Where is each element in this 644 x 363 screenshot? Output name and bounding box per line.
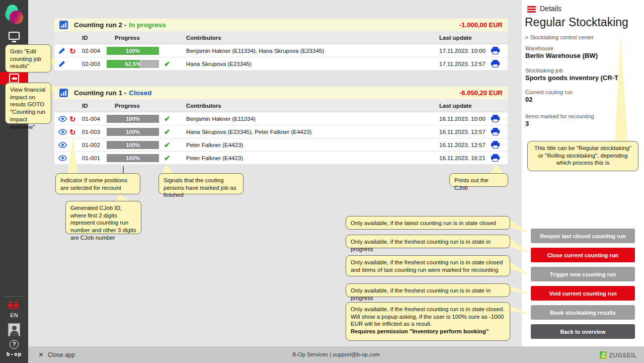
col-contributors: Contributors — [186, 99, 221, 112]
col-id: ID — [82, 31, 88, 44]
close-run-button[interactable]: Close current counting run — [531, 248, 635, 262]
reopen-run-button[interactable]: Reopen last closed counting run — [531, 229, 635, 243]
contributors: Hana Skrupova (E23345) — [186, 57, 252, 70]
annotation-finished-signal: Signals that the couting persons have ma… — [158, 173, 244, 194]
book-results-button[interactable]: Book stocktaking results — [531, 305, 635, 320]
bar-chart-icon — [59, 89, 68, 97]
contributors: Benjamin Hakner (E11334), Hana Skrupova … — [186, 44, 324, 57]
annotation-note-reopen: Only available, if the latest counting r… — [346, 216, 510, 230]
table-status: Closed — [129, 89, 151, 97]
contributors: Benjamin Hakner (E11334) — [186, 112, 256, 125]
edit-icon[interactable] — [58, 57, 65, 70]
table-title: Counting run 2 - — [74, 21, 126, 29]
back-arrow-icon — [9, 74, 19, 83]
language-label[interactable]: EN — [0, 312, 28, 318]
annotation-note-book-permission: Requires permission "Inventory perform b… — [351, 328, 505, 335]
last-update: 16.11.2023. 10:00 — [439, 112, 486, 125]
annotation-note-close: Only available, if the freshest counting… — [346, 235, 510, 248]
annotation-note-book-text: Only available, if the freshest counting… — [351, 306, 505, 328]
col-progress: Progress — [115, 99, 140, 112]
recount-icon[interactable]: ↻ — [69, 44, 76, 57]
page-title: Regular Stocktaking — [525, 16, 628, 29]
cjob-id: 01-002 — [82, 138, 100, 152]
progress-bar: 100% — [107, 115, 159, 123]
trigger-run-button[interactable]: Trigger new counting run — [531, 267, 635, 281]
print-icon[interactable] — [491, 60, 500, 68]
table-title: Counting run 1 - — [74, 89, 126, 97]
callout-pointer-line — [123, 166, 124, 173]
view-icon[interactable] — [58, 112, 67, 125]
table-row: ↻ 01-004 100% ✔ Benjamin Hakner (E11334)… — [54, 112, 508, 125]
void-run-button[interactable]: Void current counting run — [531, 286, 635, 301]
print-icon[interactable] — [491, 47, 500, 55]
table-row: 02-003 62,5% ✔ Hana Skrupova (E23345) 17… — [54, 57, 508, 70]
footer-bar: ✕Close app B-Op Services | support@b-op.… — [28, 346, 644, 363]
column-headers: ID Progress Contributors Last update — [54, 99, 508, 112]
menu-icon[interactable] — [527, 6, 536, 13]
annotation-print-cjob: Prints out the CJob — [449, 173, 508, 187]
table-row: ↻ 02-004 100% Benjamin Hakner (E11334), … — [54, 44, 508, 57]
col-contributors: Contributors — [186, 31, 221, 44]
back-overview-button[interactable]: Back to overview — [531, 324, 635, 339]
column-headers: ID Progress Contributors Last update — [54, 31, 508, 44]
annotation-note-book: Only available, if the freshest counting… — [346, 302, 510, 341]
table-header-band: Counting run 2 - In progress -1.000,00 E… — [54, 19, 508, 31]
view-icon[interactable] — [58, 152, 67, 165]
table-status: In progress — [129, 21, 166, 29]
view-icon[interactable] — [58, 125, 67, 138]
job-value: Sports goods inventory (CR-T) — [525, 74, 620, 82]
edit-icon[interactable] — [58, 44, 65, 57]
counting-run-2-table: Counting run 2 - In progress -1.000,00 E… — [54, 19, 508, 70]
print-icon[interactable] — [491, 128, 500, 136]
progress-bar: 100% — [107, 154, 159, 162]
contributors: Peter Falkner (E4423) — [186, 152, 243, 165]
bar-chart-icon — [59, 21, 68, 29]
contributors: Peter Falkner (E4423) — [186, 138, 243, 152]
support-text: B-Op Services | support@b-op.com — [28, 351, 644, 357]
finished-check-icon: ✔ — [164, 138, 171, 152]
col-last-update: Last update — [439, 99, 472, 112]
switch-user-icon[interactable] — [8, 300, 21, 309]
cjob-id: 02-004 — [82, 44, 100, 57]
finished-check-icon: ✔ — [164, 112, 171, 125]
zugseil-logo: ZZUGSEIL — [600, 350, 637, 358]
monitor-icon[interactable] — [9, 32, 20, 40]
callout-tail — [114, 194, 132, 201]
callout-tail — [490, 165, 503, 174]
progress-bar: 100% — [107, 128, 159, 136]
financial-amount: -6.050,20 EUR — [459, 89, 503, 97]
breadcrumb[interactable]: > Stocktaking control center — [525, 34, 594, 40]
logo-circle-shape — [10, 11, 23, 24]
recount-value: 3 — [525, 120, 529, 127]
recount-icon[interactable]: ↻ — [69, 125, 76, 138]
annotation-note-trigger: Only available, if the freshest counting… — [346, 255, 510, 276]
col-id: ID — [82, 99, 88, 112]
table-row: ↻ 01-003 100% ✔ Hana Skrupova (E23345), … — [54, 125, 508, 138]
job-label: Stocktaking job — [525, 67, 563, 74]
print-icon[interactable] — [491, 141, 500, 150]
progress-bar: 62,5% — [107, 60, 159, 68]
annotation-title-note: This title can be "Regular stocktaking" … — [527, 141, 638, 171]
last-update: 16.11.2023. 12:57 — [439, 138, 486, 152]
bop-logo: b-op — [0, 351, 28, 357]
warehouse-value: Berlin Warehouse (BW) — [525, 52, 598, 59]
run-label: Current couting run — [525, 89, 573, 95]
finished-check-icon: ✔ — [164, 152, 171, 165]
print-icon[interactable] — [491, 154, 500, 163]
finished-check-icon: ✔ — [164, 57, 171, 70]
sidebar-divider — [4, 296, 24, 297]
progress-bar: 100% — [107, 141, 159, 149]
col-progress: Progress — [115, 31, 140, 44]
view-icon[interactable] — [58, 138, 67, 152]
recount-icon[interactable]: ↻ — [69, 112, 76, 125]
help-icon[interactable]: ? — [10, 340, 19, 349]
user-avatar[interactable] — [8, 323, 20, 336]
details-header: Details — [540, 5, 561, 13]
cjob-id: 02-003 — [82, 57, 100, 70]
recount-label: Items marked for recounting — [525, 113, 594, 119]
last-update: 16.11.2023. 16:21 — [439, 152, 486, 165]
table-row: 01-002 100% ✔ Peter Falkner (E4423) 16.1… — [54, 138, 508, 152]
print-icon[interactable] — [491, 115, 500, 123]
counting-run-1-table: Counting run 1 - Closed -6.050,20 EUR ID… — [54, 87, 508, 165]
callout-tail — [162, 165, 174, 174]
